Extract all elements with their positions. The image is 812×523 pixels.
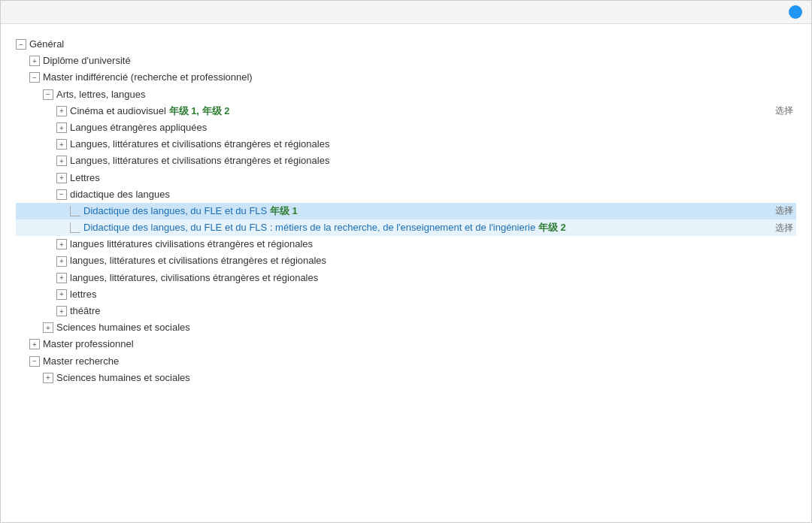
item-label-cinema: Cinéma et audiovisuel 年级 1, 年级 2 — [70, 104, 766, 118]
toggle-plus-langues-etrangeres[interactable] — [56, 122, 67, 133]
item-label-sciences-humaines-1: Sciences humaines et sociales — [56, 321, 796, 334]
tree-row-sciences-humaines-2: Sciences humaines et sociales — [16, 370, 796, 386]
toggle-plus-langues-litt-2[interactable] — [56, 156, 67, 166]
tree-row-didactique: didactique des langues — [16, 186, 796, 203]
toggle-plus-master-pro[interactable] — [29, 339, 40, 349]
toggle-plus-langues-litt-1[interactable] — [56, 139, 67, 150]
toggle-plus-lettres[interactable] — [56, 173, 67, 183]
tree-row-arts-lettres: Arts, lettres, langues — [16, 86, 796, 103]
toggle-plus-theatre[interactable] — [56, 306, 67, 316]
item-label-langues-litt-1: Langues, littératures et civilisations é… — [70, 138, 796, 151]
help-icon[interactable] — [789, 5, 802, 19]
item-label-didactique-fle-2: Didactique des langues, du FLE et du FLS… — [83, 221, 766, 234]
tree-row-lettres: Lettres — [16, 170, 796, 186]
header — [1, 1, 811, 24]
tree-row-langues-litt-civ-3: langues, littératures, civilisations étr… — [16, 270, 796, 286]
toggle-minus-master-rech[interactable] — [29, 356, 40, 367]
connector-didactique-fle-2 — [70, 222, 80, 233]
item-label-langues-litt-civ-3: langues, littératures, civilisations étr… — [70, 271, 796, 285]
tree-row-langues-litt-1: Langues, littératures et civilisations é… — [16, 136, 796, 153]
connector-didactique-fle-1 — [70, 206, 80, 216]
item-label-arts-lettres: Arts, lettres, langues — [56, 88, 796, 101]
item-label-master-pro: Master professionnel — [43, 337, 796, 351]
item-link-didactique-fle-2[interactable]: Didactique des langues, du FLE et du FLS… — [83, 222, 566, 233]
tree-row-cinema: Cinéma et audiovisuel 年级 1, 年级 2选择 — [16, 103, 796, 119]
toggle-plus-langues-litt-civ-1[interactable] — [56, 239, 67, 249]
tree-container: GénéralDiplôme d'universitéMaster indiff… — [16, 36, 796, 386]
item-label-didactique: didactique des langues — [70, 188, 796, 201]
toggle-plus-cinema[interactable] — [56, 106, 67, 116]
item-label-sciences-humaines-2: Sciences humaines et sociales — [56, 371, 796, 385]
tree-row-theatre: théâtre — [16, 303, 796, 319]
item-label-master-rech: Master recherche — [43, 355, 796, 368]
item-label-master-indiff: Master indifférencié (recherche et profe… — [43, 71, 796, 84]
item-label-general: Général — [29, 38, 796, 51]
tree-row-langues-litt-civ-2: langues, littératures et civilisations é… — [16, 252, 796, 269]
item-label-lettres: Lettres — [70, 171, 796, 185]
tree-row-sciences-humaines-1: Sciences humaines et sociales — [16, 319, 796, 336]
tree-row-master-indiff: Master indifférencié (recherche et profe… — [16, 69, 796, 86]
tree-row-master-pro: Master professionnel — [16, 336, 796, 352]
toggle-plus-langues-litt-civ-2[interactable] — [56, 256, 67, 267]
tree-row-diplome: Diplôme d'université — [16, 53, 796, 69]
toggle-plus-lettres2[interactable] — [56, 289, 67, 300]
tree-row-master-rech: Master recherche — [16, 353, 796, 370]
grade-didactique-fle-1: 年级 1 — [270, 205, 298, 216]
toggle-minus-arts-lettres[interactable] — [43, 89, 53, 100]
toggle-plus-langues-litt-civ-3[interactable] — [56, 273, 67, 283]
select-btn-didactique-fle-2[interactable]: 选择 — [766, 222, 796, 234]
tree-row-langues-etrangeres: Langues étrangères appliquées — [16, 119, 796, 136]
select-btn-cinema[interactable]: 选择 — [766, 104, 796, 117]
tree-row-langues-litt-civ-1: langues littératures civilisations étran… — [16, 236, 796, 252]
tree-row-didactique-fle-1: Didactique des langues, du FLE et du FLS… — [16, 203, 796, 219]
tree-row-general: Général — [16, 36, 796, 53]
toggle-plus-diplome[interactable] — [29, 56, 40, 66]
item-label-langues-etrangeres: Langues étrangères appliquées — [70, 121, 796, 135]
item-label-diplome: Diplôme d'université — [43, 54, 796, 68]
item-label-lettres2: lettres — [70, 288, 796, 301]
tree-row-lettres2: lettres — [16, 286, 796, 303]
item-label-didactique-fle-1: Didactique des langues, du FLE et du FLS… — [83, 204, 766, 218]
grades-cinema: 年级 1, 年级 2 — [169, 105, 230, 116]
item-label-langues-litt-civ-1: langues littératures civilisations étran… — [70, 237, 796, 251]
app-container: GénéralDiplôme d'universitéMaster indiff… — [0, 0, 812, 523]
content: GénéralDiplôme d'universitéMaster indiff… — [1, 24, 811, 398]
item-label-theatre: théâtre — [70, 304, 796, 318]
toggle-minus-general[interactable] — [16, 39, 26, 50]
grade-didactique-fle-2: 年级 2 — [538, 222, 566, 233]
tree-row-langues-litt-2: Langues, littératures et civilisations é… — [16, 153, 796, 169]
tree-row-didactique-fle-2: Didactique des langues, du FLE et du FLS… — [16, 219, 796, 236]
select-btn-didactique-fle-1[interactable]: 选择 — [766, 204, 796, 217]
toggle-plus-sciences-humaines-2[interactable] — [43, 373, 53, 383]
toggle-minus-didactique[interactable] — [56, 189, 67, 200]
toggle-plus-sciences-humaines-1[interactable] — [43, 322, 53, 333]
item-label-langues-litt-civ-2: langues, littératures et civilisations é… — [70, 254, 796, 268]
item-label-langues-litt-2: Langues, littératures et civilisations é… — [70, 154, 796, 168]
toggle-minus-master-indiff[interactable] — [29, 72, 40, 83]
item-link-didactique-fle-1[interactable]: Didactique des langues, du FLE et du FLS… — [83, 205, 298, 216]
